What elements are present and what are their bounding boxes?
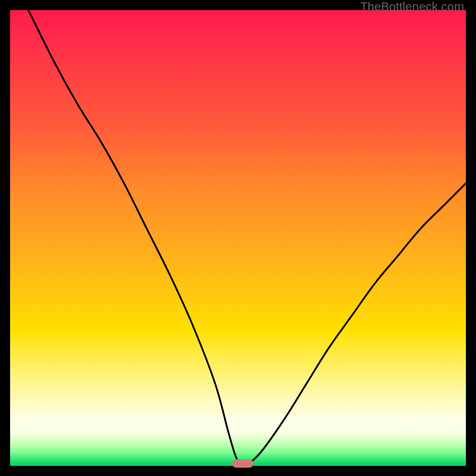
- chart-frame: TheBottleneck.com: [0, 0, 476, 476]
- bottleneck-curve: [10, 10, 466, 466]
- watermark-text: TheBottleneck.com: [360, 0, 464, 14]
- minimum-marker: [232, 459, 253, 468]
